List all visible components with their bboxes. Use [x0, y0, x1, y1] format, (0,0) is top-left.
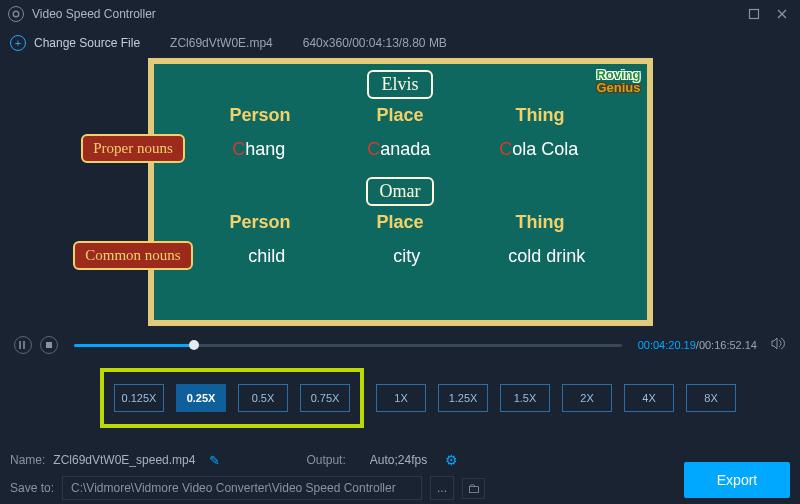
video-preview: Roving Genius Elvis Person Place Thing P… — [148, 58, 653, 326]
name-box-2: Omar — [366, 177, 435, 206]
source-filename: ZCl69dVtW0E.mp4 — [170, 36, 273, 50]
output-name: ZCl69dVtW0E_speed.mp4 — [53, 453, 195, 467]
output-value: Auto;24fps — [370, 453, 427, 467]
app-logo-icon — [8, 6, 24, 22]
svg-rect-2 — [46, 342, 52, 348]
speed-8x[interactable]: 8X — [686, 384, 736, 412]
total-time: 00:16:52.14 — [699, 339, 757, 351]
playback-controls: 00:04:20.19/00:16:52.14 — [0, 326, 800, 360]
cell-canada: Canada — [339, 137, 459, 160]
bottom-panel: Name: ZCl69dVtW0E_speed.mp4 ✎ Output: Au… — [0, 448, 800, 504]
volume-icon[interactable] — [771, 336, 786, 354]
current-time: 00:04:20.19 — [638, 339, 696, 351]
toolbar: + Change Source File ZCl69dVtW0E.mp4 640… — [0, 28, 800, 58]
export-button[interactable]: Export — [684, 462, 790, 498]
seek-thumb[interactable] — [189, 340, 199, 350]
col-place: Place — [340, 105, 460, 130]
output-label: Output: — [306, 453, 345, 467]
speed-05x[interactable]: 0.5X — [238, 384, 288, 412]
app-title: Video Speed Controller — [32, 7, 156, 21]
play-pause-button[interactable] — [14, 336, 32, 354]
speed-2x[interactable]: 2X — [562, 384, 612, 412]
browse-path-button[interactable]: ... — [430, 476, 454, 500]
col-place-2: Place — [340, 212, 460, 237]
close-button[interactable] — [772, 4, 792, 24]
cell-colddrink: cold drink — [487, 244, 607, 267]
cell-child: child — [207, 244, 327, 267]
stop-button[interactable] — [40, 336, 58, 354]
time-display: 00:04:20.19/00:16:52.14 — [638, 339, 757, 351]
seek-slider[interactable] — [74, 344, 622, 347]
speed-15x[interactable]: 1.5X — [500, 384, 550, 412]
proper-nouns-tag: Proper nouns — [81, 134, 185, 163]
col-thing: Thing — [480, 105, 600, 130]
plus-icon: + — [10, 35, 26, 51]
cell-colacola: Cola Cola — [479, 137, 599, 160]
name-label: Name: — [10, 453, 45, 467]
output-settings-icon[interactable]: ⚙ — [445, 452, 458, 468]
common-nouns-tag: Common nouns — [73, 241, 192, 270]
speed-025x[interactable]: 0.25X — [176, 384, 226, 412]
name-box-1: Elvis — [367, 70, 432, 99]
open-folder-button[interactable]: 🗀 — [462, 478, 485, 499]
speed-075x[interactable]: 0.75X — [300, 384, 350, 412]
col-thing-2: Thing — [480, 212, 600, 237]
svg-point-0 — [13, 11, 19, 17]
speed-4x[interactable]: 4X — [624, 384, 674, 412]
change-source-label: Change Source File — [34, 36, 140, 50]
speed-125x[interactable]: 1.25X — [438, 384, 488, 412]
cell-city: city — [347, 244, 467, 267]
speed-buttons: 0.125X 0.25X 0.5X 0.75X 1X 1.25X 1.5X 2X… — [100, 368, 800, 428]
change-source-button[interactable]: + Change Source File — [10, 35, 140, 51]
cell-chang: Chang — [199, 137, 319, 160]
speed-1x[interactable]: 1X — [376, 384, 426, 412]
edit-name-icon[interactable]: ✎ — [209, 453, 220, 468]
col-person: Person — [200, 105, 320, 130]
titlebar: Video Speed Controller — [0, 0, 800, 28]
saveto-label: Save to: — [10, 481, 54, 495]
highlight-box: 0.125X 0.25X 0.5X 0.75X — [100, 368, 364, 428]
saveto-path[interactable]: C:\Vidmore\Vidmore Video Converter\Video… — [62, 476, 422, 500]
maximize-button[interactable] — [744, 4, 764, 24]
source-fileinfo: 640x360/00:04:13/8.80 MB — [303, 36, 447, 50]
svg-rect-1 — [750, 10, 759, 19]
speed-0125x[interactable]: 0.125X — [114, 384, 164, 412]
col-person-2: Person — [200, 212, 320, 237]
